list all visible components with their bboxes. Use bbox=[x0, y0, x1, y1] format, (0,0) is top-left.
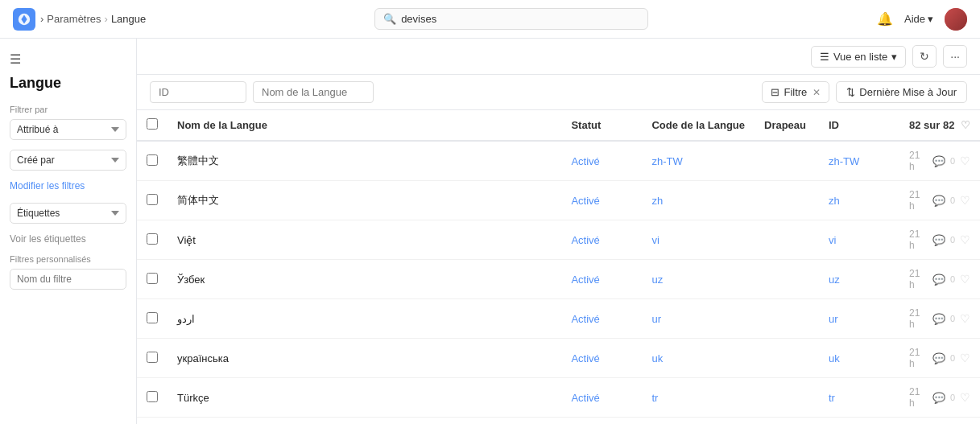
table-row: Türkçe Activé tr tr 21 h 💬 0 ♡ bbox=[137, 378, 980, 418]
select-all-checkbox[interactable] bbox=[147, 118, 158, 130]
comment-icon[interactable]: 💬 bbox=[932, 392, 945, 404]
bell-button[interactable]: 🔔 bbox=[877, 11, 893, 27]
heart-icon[interactable]: ♡ bbox=[960, 391, 970, 404]
row-checkbox[interactable] bbox=[147, 194, 158, 205]
filter-name-input[interactable] bbox=[253, 81, 374, 103]
sort-button[interactable]: ⇅ Dernière Mise à Jour bbox=[836, 81, 967, 103]
status-badge: Activé bbox=[571, 234, 599, 246]
row-statut: Activé bbox=[561, 181, 642, 220]
row-checkbox[interactable] bbox=[147, 233, 158, 245]
topnav: › Paramètres › Langue 🔍 🔔 Aide ▾ bbox=[0, 0, 980, 39]
row-id: ur bbox=[819, 299, 899, 339]
code-value: zh bbox=[651, 195, 663, 207]
row-checkbox[interactable] bbox=[147, 312, 158, 323]
heart-icon[interactable]: ♡ bbox=[960, 154, 970, 167]
header-nom[interactable]: Nom de la Langue bbox=[167, 110, 561, 141]
sidebar: ☰ Langue Filtrer par Attribué à Créé par… bbox=[0, 39, 137, 424]
comment-icon[interactable]: 💬 bbox=[932, 274, 945, 286]
etiquettes-select[interactable]: Étiquettes bbox=[10, 203, 126, 224]
row-statut: Activé bbox=[561, 299, 642, 339]
more-options-button[interactable]: ··· bbox=[943, 45, 967, 68]
row-id: uk bbox=[819, 339, 899, 378]
row-actions: 21 h 💬 0 ♡ bbox=[899, 260, 980, 299]
row-nom: українська bbox=[167, 339, 561, 378]
comment-icon[interactable]: 💬 bbox=[932, 352, 945, 364]
id-value: uz bbox=[829, 274, 840, 286]
nom-filtre-input[interactable] bbox=[10, 269, 126, 290]
row-actions: 21 h 💬 0 ♡ bbox=[899, 181, 980, 220]
count-label: 82 sur 82 bbox=[909, 119, 954, 131]
table-row: اردو Activé ur ur 21 h 💬 0 ♡ bbox=[137, 299, 980, 339]
row-checkbox[interactable] bbox=[147, 154, 158, 166]
status-badge: Activé bbox=[571, 195, 599, 207]
zero-count: 0 bbox=[950, 314, 955, 323]
filter-bar: ⊟ Filtre ✕ ⇅ Dernière Mise à Jour bbox=[137, 75, 980, 110]
code-value: uz bbox=[651, 274, 663, 286]
vue-en-liste-button[interactable]: ☰ Vue en liste ▾ bbox=[811, 46, 906, 68]
refresh-button[interactable]: ↻ bbox=[912, 45, 937, 68]
breadcrumb-sep2: › bbox=[105, 13, 108, 25]
chevron-icon: ▾ bbox=[928, 13, 933, 25]
row-drapeau bbox=[755, 418, 819, 425]
table-row: ไทย Activé th th 21 h 💬 0 ♡ bbox=[137, 418, 980, 425]
zero-count: 0 bbox=[950, 196, 955, 205]
row-statut: Activé bbox=[561, 260, 642, 299]
cree-par-select[interactable]: Créé par bbox=[10, 150, 126, 171]
row-drapeau bbox=[755, 299, 819, 339]
etiquettes-section: Étiquettes bbox=[10, 203, 126, 224]
heart-icon: ♡ bbox=[961, 119, 970, 131]
heart-icon[interactable]: ♡ bbox=[960, 352, 970, 364]
header-drapeau[interactable]: Drapeau bbox=[755, 110, 819, 141]
filtres-perso-section: Filtres personnalisés bbox=[10, 254, 126, 290]
row-checkbox[interactable] bbox=[147, 391, 158, 402]
row-checkbox[interactable] bbox=[147, 273, 158, 284]
table-container: Nom de la Langue Statut Code de la Langu… bbox=[137, 110, 980, 424]
row-actions: 21 h 💬 0 ♡ bbox=[899, 339, 980, 378]
attribue-select[interactable]: Attribué à bbox=[10, 119, 126, 140]
row-checkbox-cell bbox=[137, 141, 167, 181]
row-actions: 21 h 💬 0 ♡ bbox=[899, 141, 980, 181]
modifier-filtres-link[interactable]: Modifier les filtres bbox=[10, 180, 126, 191]
header-code[interactable]: Code de la Langue bbox=[642, 110, 755, 141]
row-checkbox-cell bbox=[137, 339, 167, 378]
filter-id-input[interactable] bbox=[150, 81, 246, 103]
row-checkbox-cell bbox=[137, 418, 167, 425]
aide-label: Aide bbox=[904, 13, 925, 25]
row-code: vi bbox=[642, 220, 755, 260]
header-id[interactable]: ID bbox=[819, 110, 899, 141]
lang-name: 简体中文 bbox=[177, 194, 219, 206]
status-badge: Activé bbox=[571, 155, 599, 167]
logo[interactable] bbox=[13, 8, 35, 31]
search-input[interactable] bbox=[401, 13, 639, 25]
comment-icon[interactable]: 💬 bbox=[932, 195, 945, 207]
comment-icon[interactable]: 💬 bbox=[932, 155, 945, 167]
search-icon: 🔍 bbox=[383, 13, 396, 25]
row-checkbox-cell bbox=[137, 378, 167, 418]
filtre-close-icon[interactable]: ✕ bbox=[813, 87, 821, 98]
zero-count: 0 bbox=[950, 156, 955, 166]
row-nom: ไทย bbox=[167, 418, 561, 425]
breadcrumb-sep: › bbox=[40, 13, 43, 25]
row-checkbox[interactable] bbox=[147, 352, 158, 363]
table-header-row: Nom de la Langue Statut Code de la Langu… bbox=[137, 110, 980, 141]
comment-icon[interactable]: 💬 bbox=[932, 313, 945, 325]
table-row: 繁體中文 Activé zh-TW zh-TW 21 h 💬 0 ♡ bbox=[137, 141, 980, 181]
avatar[interactable] bbox=[945, 8, 967, 31]
aide-button[interactable]: Aide ▾ bbox=[904, 13, 933, 25]
row-statut: Activé bbox=[561, 141, 642, 181]
more-icon: ··· bbox=[950, 50, 960, 63]
menu-icon[interactable]: ☰ bbox=[10, 51, 126, 67]
breadcrumb-parametres[interactable]: Paramètres bbox=[47, 13, 101, 25]
id-value: tr bbox=[829, 392, 835, 404]
voir-etiquettes-link[interactable]: Voir les étiquettes bbox=[10, 233, 126, 245]
heart-icon[interactable]: ♡ bbox=[960, 312, 970, 325]
sort-icon: ⇅ bbox=[846, 86, 855, 98]
comment-icon[interactable]: 💬 bbox=[932, 234, 945, 246]
header-statut[interactable]: Statut bbox=[561, 110, 642, 141]
row-drapeau bbox=[755, 141, 819, 181]
row-actions: 21 h 💬 0 ♡ bbox=[899, 299, 980, 339]
heart-icon[interactable]: ♡ bbox=[960, 194, 970, 207]
row-id: vi bbox=[819, 220, 899, 260]
heart-icon[interactable]: ♡ bbox=[960, 273, 970, 286]
heart-icon[interactable]: ♡ bbox=[960, 233, 970, 246]
